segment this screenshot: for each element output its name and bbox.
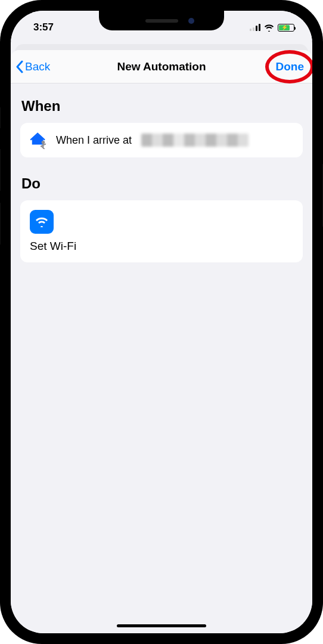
wifi-action-tile — [30, 210, 54, 234]
wifi-icon — [264, 24, 274, 32]
when-condition-card[interactable]: When I arrive at — [20, 123, 303, 157]
modal-sheet: Back New Automation Done When — [11, 50, 312, 633]
do-action-card[interactable]: Set Wi-Fi — [20, 200, 303, 262]
cellular-signal-icon — [250, 24, 260, 31]
status-icons — [250, 24, 294, 32]
screen: 3:57 Back — [11, 11, 312, 633]
chevron-left-icon — [15, 60, 24, 73]
do-action-label: Set Wi-Fi — [30, 240, 293, 253]
phone-frame: 3:57 Back — [0, 0, 323, 644]
do-section-title: Do — [20, 175, 303, 192]
notch — [99, 11, 224, 30]
volume-down — [0, 203, 1, 244]
home-indicator[interactable] — [117, 624, 206, 627]
mute-switch — [0, 107, 1, 128]
done-button[interactable]: Done — [276, 60, 305, 73]
front-camera — [188, 18, 194, 24]
volume-up — [0, 149, 1, 191]
back-button[interactable]: Back — [15, 60, 50, 73]
done-label: Done — [276, 60, 305, 73]
wifi-white-icon — [35, 216, 49, 227]
when-section-title: When — [20, 98, 303, 114]
page-title: New Automation — [117, 60, 206, 73]
speaker-grill — [145, 19, 178, 23]
battery-icon — [278, 24, 294, 32]
content-area: When When I arrive at Do — [11, 83, 312, 262]
navigation-bar: Back New Automation Done — [11, 50, 312, 83]
status-time: 3:57 — [33, 21, 54, 33]
arrive-home-icon — [30, 131, 48, 149]
redacted-location — [141, 134, 249, 147]
back-label: Back — [25, 60, 50, 73]
when-condition-text: When I arrive at — [56, 134, 132, 147]
